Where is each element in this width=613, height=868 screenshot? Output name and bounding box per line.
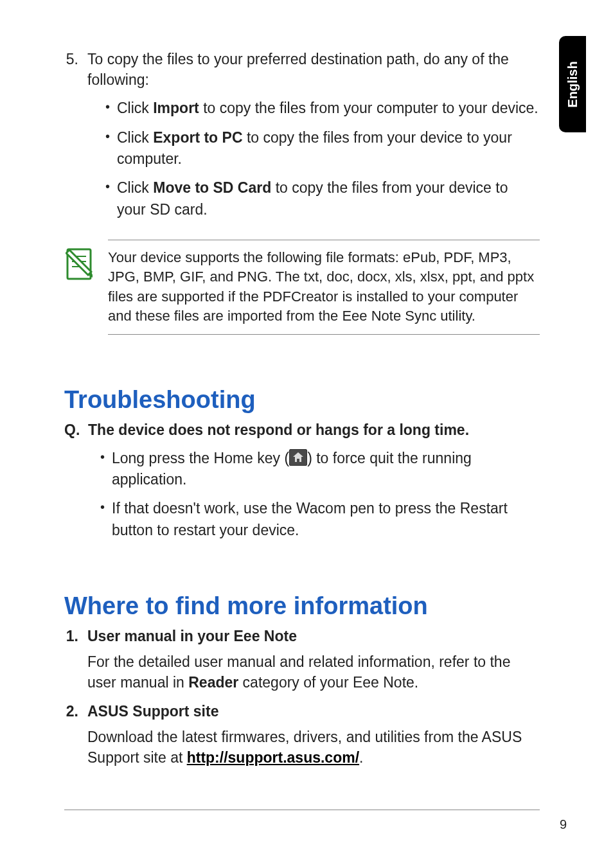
bullet-dot-icon: • [105,127,109,170]
subheading-number: 1. [64,628,78,645]
text: to copy the files from your computer to … [199,100,538,116]
numbered-step: 5. To copy the files to your preferred d… [64,49,540,228]
list-item: • Click Import to copy the files from yo… [105,98,540,119]
document-page: English 5. To copy the files to your pre… [0,0,613,868]
footer-divider [64,810,540,810]
list-item: • Long press the Home key () to force qu… [100,448,540,491]
bullet-dot-icon: • [100,498,104,541]
home-key-icon [289,449,307,466]
numbered-subheading: 2. ASUS Support site [64,703,540,720]
note-text: Your device supports the following file … [108,240,540,334]
language-label: English [565,61,580,107]
q-label: Q. [64,421,80,438]
q-text: The device does not respond or hangs for… [88,421,469,438]
note-icon [66,247,93,281]
text: Click [117,129,153,146]
step-number: 5. [64,49,78,228]
text: Click [117,100,153,116]
sub-bullet-list: • Click Import to copy the files from yo… [105,98,540,220]
text: category of your Eee Note. [238,674,418,691]
page-number: 9 [560,817,567,832]
answer-list: • Long press the Home key () to force qu… [100,448,540,541]
bullet-dot-icon: • [105,98,109,119]
text: . [359,749,363,766]
paragraph: For the detailed user manual and related… [87,651,537,693]
section-heading-troubleshooting: Troubleshooting [64,386,540,414]
bold-text: Import [153,100,199,116]
page-content: 5. To copy the files to your preferred d… [64,49,540,768]
question-line: Q. The device does not respond or hangs … [64,421,540,439]
numbered-subheading: 1. User manual in your Eee Note [64,628,540,645]
list-item: • If that doesn't work, use the Wacom pe… [100,498,540,541]
subheading-title: User manual in your Eee Note [87,628,297,645]
bold-text: Move to SD Card [153,179,271,196]
language-tab: English [559,36,586,132]
support-link[interactable]: http://support.asus.com/ [187,749,359,766]
list-item: • Click Move to SD Card to copy the file… [105,177,540,220]
section-heading-moreinfo: Where to find more information [64,592,540,620]
paragraph: Download the latest firmwares, drivers, … [87,727,537,768]
subheading-number: 2. [64,703,78,720]
step-body: To copy the files to your preferred dest… [87,49,540,228]
text: Long press the Home key ( [112,450,289,466]
step-intro-text: To copy the files to your preferred dest… [87,51,509,88]
bullet-dot-icon: • [100,448,104,491]
note-icon-wrap [64,240,94,334]
text: Click [117,179,153,196]
bullet-dot-icon: • [105,177,109,220]
subheading-title: ASUS Support site [87,703,218,720]
text: If that doesn't work, use the Wacom pen … [112,498,540,541]
bold-text: Export to PC [153,129,242,146]
list-item: • Click Export to PC to copy the files f… [105,127,540,170]
bold-text: Reader [188,674,238,691]
note-block: Your device supports the following file … [64,240,540,334]
